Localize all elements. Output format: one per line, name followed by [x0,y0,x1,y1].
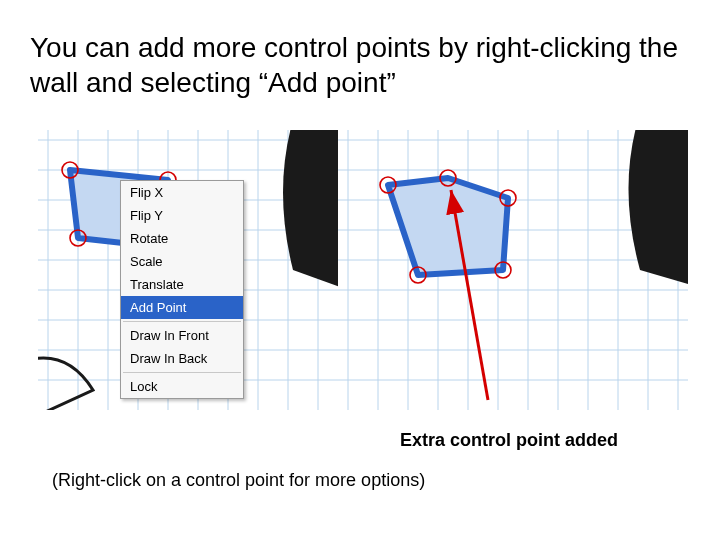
context-menu[interactable]: Flip X Flip Y Rotate Scale Translate Add… [120,180,244,399]
menu-draw-back[interactable]: Draw In Back [121,347,243,370]
menu-flip-y[interactable]: Flip Y [121,204,243,227]
illustration-after [338,130,688,410]
menu-lock[interactable]: Lock [121,375,243,398]
menu-separator [123,321,241,322]
menu-rotate[interactable]: Rotate [121,227,243,250]
menu-add-point[interactable]: Add Point [121,296,243,319]
menu-separator [123,372,241,373]
page-title: You can add more control points by right… [30,30,690,100]
menu-scale[interactable]: Scale [121,250,243,273]
menu-draw-front[interactable]: Draw In Front [121,324,243,347]
footnote: (Right-click on a control point for more… [52,470,425,491]
caption-extra-point: Extra control point added [400,430,618,451]
menu-flip-x[interactable]: Flip X [121,181,243,204]
menu-translate[interactable]: Translate [121,273,243,296]
